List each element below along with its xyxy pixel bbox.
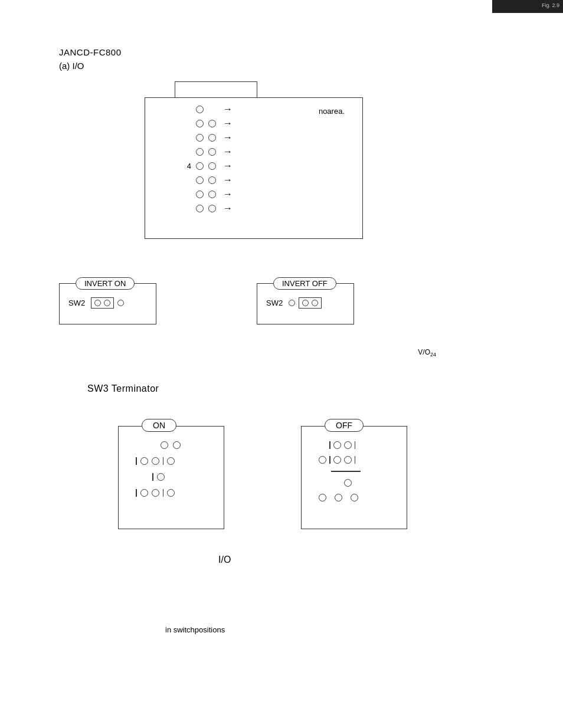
term-circle	[344, 441, 352, 449]
terminator-off-content	[319, 441, 361, 501]
table-row: →	[181, 146, 233, 157]
vo24-sub: 24	[430, 352, 436, 358]
list-item	[136, 441, 181, 449]
vline-icon	[136, 457, 137, 465]
circle-right	[208, 120, 216, 127]
term-circle	[319, 456, 326, 464]
term-circle	[140, 489, 148, 497]
circle-left	[196, 120, 204, 127]
term-circle	[351, 494, 358, 501]
list-item	[136, 489, 181, 497]
terminator-on-box: ON	[118, 413, 224, 531]
bottom-text: in switchpositions	[165, 625, 225, 634]
list-item	[319, 494, 361, 501]
io-connector	[175, 81, 257, 98]
arrow-icon: →	[223, 146, 233, 157]
io-diagram: noarea. → → → →	[145, 97, 363, 239]
switch-circle	[104, 300, 110, 306]
invert-off-box: INVERT OFF SW2	[257, 271, 354, 324]
vline-icon	[136, 489, 137, 497]
circle-right	[208, 148, 216, 156]
arrow-icon: →	[223, 118, 233, 129]
list-item	[136, 473, 181, 481]
switch-circle	[312, 300, 318, 306]
circle-left	[196, 106, 204, 113]
invert-section: INVERT ON SW2 INVERT OFF SW2	[59, 271, 354, 324]
list-item	[319, 471, 361, 472]
table-row: 4 →	[181, 160, 233, 171]
circle-left	[196, 176, 204, 184]
row-label-4: 4	[181, 162, 191, 170]
terminator-off-label: OFF	[325, 419, 364, 432]
circle-left	[196, 191, 204, 198]
invert-on-content: SW2	[68, 297, 124, 309]
top-bar: Fig. 2.9	[492, 0, 563, 13]
header-subtitle: (a) I/O	[59, 61, 122, 71]
invert-on-label: INVERT ON	[76, 277, 135, 290]
arrow-icon: →	[223, 189, 233, 199]
vline-icon	[355, 456, 356, 464]
term-circle	[157, 473, 165, 481]
switch-circle	[302, 300, 309, 306]
table-row: →	[181, 189, 233, 199]
top-bar-text: Fig. 2.9	[492, 0, 563, 11]
terminator-on-label: ON	[142, 419, 176, 432]
vline-icon	[329, 441, 330, 449]
term-circle	[140, 457, 148, 465]
vline-icon	[163, 457, 164, 465]
circle-left	[196, 134, 204, 142]
table-row: →	[181, 203, 233, 214]
arrow-icon: →	[223, 104, 233, 114]
circle-right	[208, 134, 216, 142]
io-bottom-label: I/O	[218, 555, 231, 565]
terminator-on-content	[136, 441, 181, 497]
header: JANCD-FC800 (a) I/O	[59, 47, 122, 71]
io-rows: → → → → 4 →	[181, 104, 233, 214]
arrow-icon: →	[223, 132, 233, 143]
arrow-icon: →	[223, 175, 233, 185]
circle-left	[196, 205, 204, 212]
sw2-switch-box	[91, 297, 114, 309]
invert-on-box: INVERT ON SW2	[59, 271, 156, 324]
list-item	[319, 456, 361, 464]
vline-icon	[163, 489, 164, 497]
table-row: →	[181, 104, 233, 114]
table-row: →	[181, 118, 233, 129]
term-circle	[344, 456, 352, 464]
list-item	[319, 479, 361, 487]
vline-icon	[152, 473, 153, 481]
list-item	[136, 457, 181, 465]
sw3-header: SW3 Terminator	[87, 383, 159, 394]
sw2-label-on: SW2	[68, 299, 85, 307]
circle-right	[208, 191, 216, 198]
term-circle	[167, 457, 175, 465]
term-circle	[344, 479, 352, 487]
term-circle	[167, 489, 175, 497]
term-circle	[335, 494, 342, 501]
vline-icon	[355, 441, 356, 449]
term-circle	[152, 489, 159, 497]
arrow-icon: →	[223, 203, 233, 214]
vo24-label: V/O24	[418, 348, 436, 358]
terminator-off-box: OFF	[301, 413, 407, 531]
invert-off-label: INVERT OFF	[273, 277, 336, 290]
no-area-text: noarea.	[319, 107, 345, 116]
vo24-text: V/O	[418, 348, 430, 356]
term-circle	[173, 441, 181, 449]
circle-left	[196, 148, 204, 156]
circle-right	[208, 205, 216, 212]
table-row: →	[181, 175, 233, 185]
term-circle	[152, 457, 159, 465]
arrow-icon: →	[223, 160, 233, 171]
term-circle	[161, 441, 168, 449]
terminator-section: ON	[118, 413, 407, 531]
switch-circle-out	[117, 300, 124, 306]
term-circle	[333, 456, 341, 464]
hline-icon	[331, 471, 361, 472]
switch-circle-out	[289, 300, 295, 306]
switch-circle	[94, 300, 101, 306]
circle-left	[196, 162, 204, 170]
sw2-switch-box-off	[299, 297, 322, 309]
vline-icon	[329, 456, 330, 464]
invert-off-content: SW2	[266, 297, 322, 309]
